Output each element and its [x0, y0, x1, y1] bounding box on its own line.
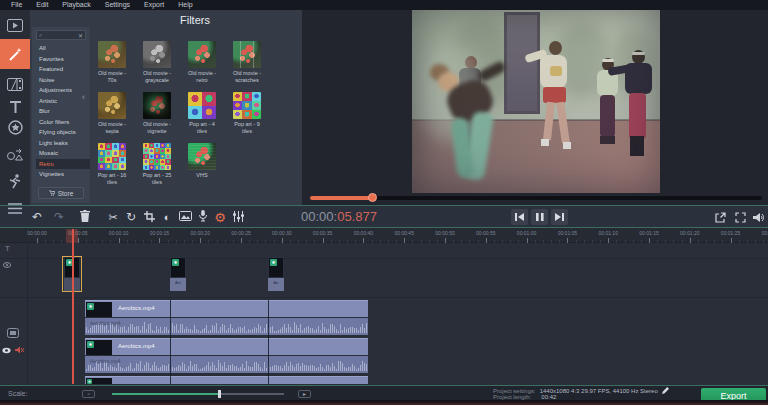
- ruler-tick: [176, 240, 177, 243]
- zoom-in-button[interactable]: ▸: [298, 390, 311, 398]
- category-light-leaks[interactable]: Light leaks: [36, 138, 90, 149]
- menu-item-edit[interactable]: Edit: [29, 0, 55, 10]
- clip-properties-icon: [179, 211, 192, 223]
- filter-search-input[interactable]: ⌕ ✕: [36, 30, 86, 40]
- filter-thumbnail[interactable]: [98, 143, 126, 170]
- filter-thumbnail[interactable]: [233, 92, 261, 119]
- category-all[interactable]: All: [36, 43, 90, 54]
- ruler-tick: [314, 240, 315, 243]
- seek-bar[interactable]: [310, 196, 762, 200]
- fullscreen-button[interactable]: [732, 209, 748, 225]
- zoom-out-button[interactable]: ▫: [82, 390, 95, 398]
- menu-item-help[interactable]: Help: [171, 0, 199, 10]
- clip-settings-button[interactable]: ⚙: [211, 208, 229, 226]
- color-adjustments-button[interactable]: ◐: [158, 208, 176, 226]
- filter-item-vhs[interactable]: VHS: [185, 143, 219, 179]
- previous-frame-button[interactable]: [511, 209, 528, 225]
- category-noise[interactable]: Noise: [36, 75, 90, 86]
- audio-waveform-row-2[interactable]: Aerobics.mp4: [85, 356, 368, 373]
- filter-thumbnail[interactable]: [188, 92, 216, 119]
- sidebar-tool-callouts[interactable]: [0, 141, 30, 167]
- menu-item-export[interactable]: Export: [137, 0, 171, 10]
- collapse-panel-arrow[interactable]: ‹: [82, 92, 85, 102]
- category-retro[interactable]: Retro: [36, 159, 90, 170]
- overlay-clip[interactable]: ★Ae: [267, 257, 285, 291]
- scale-label: Scale:: [8, 390, 27, 397]
- waveform-bar: [256, 362, 257, 371]
- title-track-visibility-icon[interactable]: [3, 254, 11, 272]
- video-clip-row-3-partial[interactable]: ★: [85, 376, 368, 384]
- menu-item-playback[interactable]: Playback: [55, 0, 97, 10]
- pop-tile: [188, 92, 202, 106]
- timeline-ruler[interactable]: 00:00:0000:00:0500:00:1000:00:1500:00:20…: [0, 228, 768, 243]
- filter-thumbnail[interactable]: [233, 41, 261, 68]
- sidebar-tool-more-tools[interactable]: [0, 195, 30, 221]
- playhead[interactable]: [72, 229, 74, 384]
- waveform-bar: [136, 326, 137, 333]
- overlay-clip[interactable]: ★Aer: [169, 257, 187, 291]
- filter-thumbnail[interactable]: [188, 41, 216, 68]
- ruler-tick: [119, 238, 120, 243]
- redo-button[interactable]: ↷: [50, 208, 68, 226]
- ruler-tick: [192, 240, 193, 243]
- filter-item-old-movie-scratches[interactable]: Old movie -scratches: [230, 41, 264, 83]
- filter-thumbnail[interactable]: [188, 143, 216, 170]
- undo-button[interactable]: ↶: [28, 208, 46, 226]
- filter-item-old-movie-vignette[interactable]: Old movie -vignette: [140, 92, 174, 134]
- video-track-visibility-icon[interactable]: [2, 340, 11, 358]
- filter-item-pop-art-9tiles[interactable]: Pop art - 9tiles: [230, 92, 264, 134]
- store-button[interactable]: Store: [38, 187, 84, 199]
- video-clip-row-2[interactable]: ★Aerobics.mp4: [85, 338, 368, 355]
- edit-pencil-icon[interactable]: [662, 387, 669, 394]
- category-favorites[interactable]: Favorites: [36, 54, 90, 65]
- split-button[interactable]: ✂: [104, 208, 122, 226]
- waveform-bar: [118, 329, 119, 333]
- rotate-button[interactable]: ↻: [122, 208, 140, 226]
- unpin-player-button[interactable]: [712, 209, 728, 225]
- seek-handle[interactable]: [368, 193, 377, 202]
- video-clip-row-1[interactable]: ★Aerobics.mp4: [85, 300, 368, 317]
- filter-item-pop-art-16tiles[interactable]: Pop art - 16tiles: [95, 143, 129, 185]
- filter-thumbnail[interactable]: [143, 92, 171, 119]
- filter-thumbnail[interactable]: [143, 41, 171, 68]
- pause-button[interactable]: [531, 209, 548, 225]
- track-mute-icon[interactable]: [15, 340, 24, 358]
- filter-thumbnail[interactable]: [98, 92, 126, 119]
- menu-item-file[interactable]: File: [4, 0, 29, 10]
- filter-thumbnail[interactable]: [98, 41, 126, 68]
- waveform-bar: [128, 327, 129, 333]
- category-color-filters[interactable]: Color filters: [36, 117, 90, 128]
- category-blur[interactable]: Blur: [36, 106, 90, 117]
- sidebar-tool-filters[interactable]: [0, 39, 30, 69]
- remove-button[interactable]: [76, 208, 94, 226]
- clip-settings-icon: ⚙: [214, 210, 226, 225]
- next-frame-button[interactable]: [551, 209, 568, 225]
- waveform-bar: [218, 331, 219, 333]
- category-flying-objects[interactable]: Flying objects: [36, 127, 90, 138]
- record-voice-button[interactable]: [194, 208, 212, 226]
- filter-item-pop-art-4tiles[interactable]: Pop art - 4tiles: [185, 92, 219, 134]
- crop-button[interactable]: [140, 208, 158, 226]
- sidebar-tool-animation[interactable]: [0, 168, 30, 194]
- filter-label: Pop art - 9tiles: [230, 121, 264, 134]
- menu-item-settings[interactable]: Settings: [98, 0, 137, 10]
- filter-thumbnail[interactable]: [143, 143, 171, 170]
- filter-item-old-movie-70s[interactable]: Old movie -70s: [95, 41, 129, 83]
- category-vignettes[interactable]: Vignettes: [36, 169, 90, 180]
- filter-item-pop-art-25tiles[interactable]: Pop art - 25tiles: [140, 143, 174, 185]
- category-mosaic[interactable]: Mosaic: [36, 148, 90, 159]
- volume-button[interactable]: [751, 209, 767, 225]
- audio-tools-button[interactable]: [229, 208, 247, 226]
- sidebar-tool-media[interactable]: [0, 12, 30, 38]
- filter-item-old-movie-retro[interactable]: Old movie -retro: [185, 41, 219, 83]
- clip-properties-button[interactable]: [176, 208, 194, 226]
- scale-slider-handle[interactable]: [218, 390, 221, 398]
- waveform-bar: [160, 327, 161, 333]
- category-featured[interactable]: Featured: [36, 64, 90, 75]
- filter-category-list: AllFavoritesFeaturedNoiseAdjustmentsArti…: [36, 43, 90, 180]
- audio-waveform-row-1[interactable]: Aerobics.mp4: [85, 318, 368, 335]
- sidebar-tool-stickers[interactable]: [0, 114, 30, 140]
- clear-search-icon[interactable]: ✕: [78, 32, 83, 39]
- filter-item-old-movie-grayscale[interactable]: Old movie -grayscale: [140, 41, 174, 83]
- filter-item-old-movie-sepia[interactable]: Old movie -sepia: [95, 92, 129, 134]
